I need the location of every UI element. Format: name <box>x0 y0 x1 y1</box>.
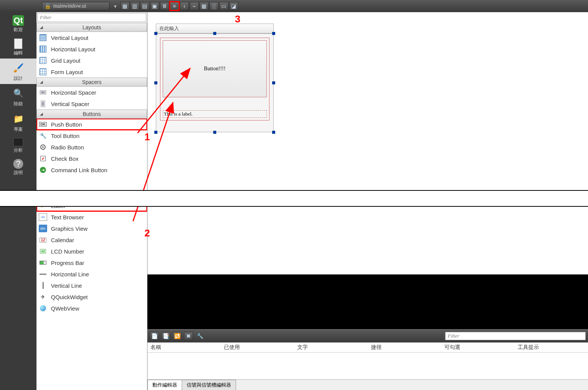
action-editor-toolbar: 📄 📑 🔁 ✖ 🔧 <box>147 330 588 342</box>
widget-vertical-layout[interactable]: Vertical Layout <box>36 32 147 43</box>
category-spacers[interactable]: ◢Spacers <box>36 78 147 87</box>
layout-v-splitter-icon[interactable]: ⫟ <box>190 2 199 10</box>
widget-horizontal-line[interactable]: Horizontal Line <box>36 268 147 280</box>
document-icon <box>14 38 22 49</box>
configure-icon[interactable]: 🔧 <box>195 332 204 340</box>
design-canvas[interactable]: 在此輸入 Button!!!! This is a label. <box>147 12 588 274</box>
annotation-2: 2 <box>144 227 150 239</box>
widget-check-box[interactable]: ✔Check Box <box>36 153 147 164</box>
col-checkable[interactable]: 可勾選 <box>441 342 515 352</box>
widget-form-layout[interactable]: Form Layout <box>36 66 147 78</box>
mode-welcome[interactable]: Qt 歡迎 <box>0 12 36 35</box>
form-preview[interactable]: 在此輸入 Button!!!! This is a label. <box>156 24 274 132</box>
annotation-3: 3 <box>235 13 240 25</box>
lock-icon: 🔓 <box>44 3 51 10</box>
adjust-size-icon[interactable]: ◪ <box>229 2 238 10</box>
top-toolbar: 🔓 mainwindow.ui ▾ ▦ ▥ ▤ ▣ Ⅲ ≡ ⫞ ⫟ ▦ ░ ▭ … <box>0 0 588 12</box>
dropdown-arrow-icon[interactable]: ▾ <box>114 3 117 9</box>
mode-debug[interactable]: 🔍 除錯 <box>0 84 36 109</box>
col-text[interactable]: 文字 <box>294 342 368 352</box>
qt-logo-icon: Qt <box>13 15 24 26</box>
widget-calendar[interactable]: 12Calendar <box>36 234 147 246</box>
folder-icon: 📁 <box>12 113 25 125</box>
mode-edit[interactable]: 編輯 <box>0 35 36 59</box>
help-icon: ? <box>13 159 23 169</box>
widget-radio-button[interactable]: Radio Button <box>36 141 147 153</box>
category-buttons[interactable]: ◢Buttons <box>36 109 147 119</box>
widget-horizontal-spacer[interactable]: ⇔Horizontal Spacer <box>36 87 147 98</box>
widget-vertical-spacer[interactable]: ⇔Vertical Spacer <box>36 98 147 109</box>
layout-horizontal-icon[interactable]: Ⅲ <box>160 2 169 10</box>
widget-lcd-number[interactable]: 42LCD Number <box>36 246 147 257</box>
chart-icon <box>13 138 23 146</box>
annotation-1: 1 <box>144 131 150 143</box>
category-layouts[interactable]: ◢Layouts <box>36 23 147 32</box>
col-name[interactable]: 名稱 <box>147 342 221 352</box>
widget-grid-layout[interactable]: Grid Layout <box>36 55 147 66</box>
layout-toolbar: ▦ ▥ ▤ ▣ Ⅲ ≡ ⫞ ⫟ ▦ ░ ▭ ◪ <box>120 2 238 10</box>
bug-icon: 🔍 <box>12 87 25 100</box>
widget-qwebview[interactable]: QWebView <box>36 303 147 314</box>
filename: mainwindow.ui <box>53 3 86 9</box>
mode-analyze[interactable]: 分析 <box>0 135 36 156</box>
bottom-tabs: 動作編輯器 信號與信號槽編輯器 <box>147 379 588 390</box>
widget-graphics-view[interactable]: abcGraphics View <box>36 223 147 234</box>
layout-form-icon[interactable]: ░ <box>209 2 219 10</box>
layout-h-splitter-icon[interactable]: ⫞ <box>180 2 189 10</box>
push-button-instance[interactable]: Button!!!! <box>163 40 267 97</box>
label-instance[interactable]: This is a label. <box>163 110 267 118</box>
mode-help[interactable]: ? 說明 <box>0 156 36 178</box>
action-filter-input[interactable] <box>445 332 586 340</box>
col-used[interactable]: 已使用 <box>221 342 294 352</box>
mode-projects[interactable]: 📁 專案 <box>0 109 36 135</box>
widget-push-button[interactable]: OKPush Button <box>36 119 147 130</box>
widget-text-browser[interactable]: AIText Browser <box>36 211 147 223</box>
widget-tool-button[interactable]: 🔧Tool Button <box>36 130 147 141</box>
action-table-headers: 名稱 已使用 文字 捷徑 可勾選 工具提示 <box>147 342 588 353</box>
edit-buddies-icon[interactable]: ▤ <box>140 2 149 10</box>
form-central-widget[interactable]: Button!!!! This is a label. <box>156 33 274 132</box>
widget-qquickwidget[interactable]: ✈QQuickWidget <box>36 291 147 303</box>
widget-command-link[interactable]: ➜Command Link Button <box>36 164 147 176</box>
col-shortcut[interactable]: 捷徑 <box>368 342 441 352</box>
widget-vertical-line[interactable]: Vertical Line <box>36 280 147 291</box>
tab-action-editor[interactable]: 動作編輯器 <box>147 380 182 390</box>
layout-vertical-icon[interactable]: ≡ <box>170 2 179 10</box>
new-action-icon[interactable]: 📄 <box>150 332 159 340</box>
widget-filter-input[interactable] <box>37 13 146 22</box>
vertical-layout-outline[interactable]: Button!!!! This is a label. <box>160 38 269 120</box>
action-editor-panel: 📄 📑 🔁 ✖ 🔧 名稱 已使用 文字 捷徑 可勾選 工具提示 動作編輯器 信號… <box>147 329 588 390</box>
tab-signal-slot-editor[interactable]: 信號與信號槽編輯器 <box>182 380 236 390</box>
break-layout-icon[interactable]: ▭ <box>219 2 228 10</box>
edit-signals-icon[interactable]: ▥ <box>130 2 139 10</box>
edit-tab-order-icon[interactable]: ▣ <box>150 2 159 10</box>
widget-horizontal-layout[interactable]: Horizontal Layout <box>36 43 147 55</box>
copy-action-icon[interactable]: 📑 <box>161 332 170 340</box>
image-break <box>0 190 588 207</box>
brush-icon: 🖌️ <box>12 62 25 75</box>
mode-design[interactable]: 🖌️ 設計 <box>0 59 36 84</box>
edit-widgets-icon[interactable]: ▦ <box>120 2 130 10</box>
col-tooltip[interactable]: 工具提示 <box>515 342 588 352</box>
widget-progress-bar[interactable]: Progress Bar <box>36 257 147 268</box>
delete-action-icon[interactable]: ✖ <box>184 332 193 340</box>
layout-grid-icon[interactable]: ▦ <box>200 2 209 10</box>
action-table-body[interactable] <box>147 353 588 379</box>
file-dropdown[interactable]: 🔓 mainwindow.ui <box>42 2 109 10</box>
paste-action-icon[interactable]: 🔁 <box>173 332 182 340</box>
